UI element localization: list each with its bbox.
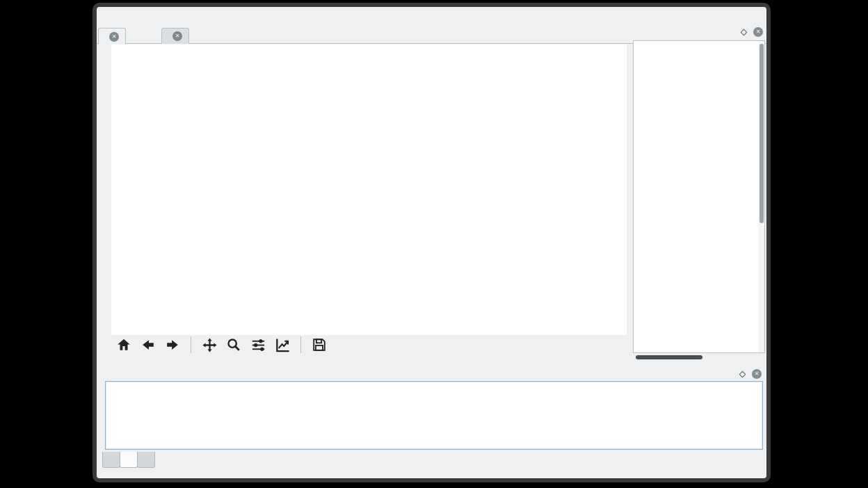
toolbar-separator xyxy=(300,336,301,353)
select-plot-panel xyxy=(633,25,765,360)
plot-toolbar xyxy=(113,332,330,357)
axes-edit-icon[interactable] xyxy=(272,334,293,355)
tcp-download-subplot xyxy=(177,83,520,147)
select-plot-header xyxy=(633,25,765,39)
horizontal-scrollbar[interactable] xyxy=(633,355,758,360)
menu-file[interactable] xyxy=(99,15,115,19)
tab-pfifo-fast[interactable] xyxy=(161,28,189,44)
float-panel-icon[interactable] xyxy=(741,29,748,35)
float-panel-icon[interactable] xyxy=(739,371,746,377)
app-window xyxy=(93,3,771,482)
menu-bar xyxy=(99,8,176,25)
save-icon[interactable] xyxy=(309,334,330,355)
menu-view[interactable] xyxy=(115,15,130,19)
pan-icon[interactable] xyxy=(199,334,220,355)
tab-metadata[interactable] xyxy=(137,452,155,468)
zoom-icon[interactable] xyxy=(223,334,244,355)
open-files-panel xyxy=(98,367,764,450)
desktop-background xyxy=(0,0,868,488)
scrollbar-thumb[interactable] xyxy=(760,44,764,223)
bottom-tab-bar xyxy=(102,452,154,468)
tab-open-files[interactable] xyxy=(120,452,138,468)
open-files-header xyxy=(98,367,764,381)
tab-close-icon[interactable] xyxy=(172,31,182,41)
close-panel-icon[interactable] xyxy=(752,369,762,379)
forward-arrow-icon[interactable] xyxy=(162,334,183,355)
tab-log-entries[interactable] xyxy=(102,452,120,468)
menu-data[interactable] xyxy=(145,15,161,19)
tcp-upload-subplot xyxy=(177,158,520,223)
vertical-scrollbar[interactable] xyxy=(758,41,764,352)
toolbar-separator xyxy=(191,336,191,353)
menu-help[interactable] xyxy=(161,15,176,19)
home-icon[interactable] xyxy=(113,334,134,355)
scrollbar-thumb[interactable] xyxy=(636,355,702,359)
back-arrow-icon[interactable] xyxy=(138,334,159,355)
select-plot-list xyxy=(633,40,765,353)
subplot-settings-icon[interactable] xyxy=(248,334,268,355)
tab-close-icon[interactable] xyxy=(109,32,119,42)
tab-fq-codel[interactable] xyxy=(98,28,126,44)
ping-subplot xyxy=(177,234,520,299)
open-files-table xyxy=(105,381,763,450)
plot-canvas[interactable] xyxy=(111,44,627,335)
close-panel-icon[interactable] xyxy=(753,27,763,37)
menu-settings[interactable] xyxy=(130,15,145,19)
